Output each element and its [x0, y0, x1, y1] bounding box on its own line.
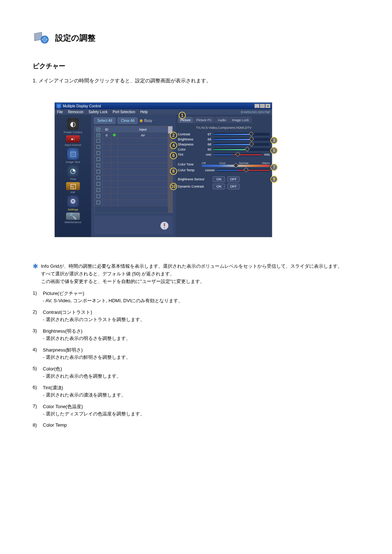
note-item: 4)Sharpness(鮮明さ)- 選択された表示の鮮明さを調整します。: [33, 347, 359, 361]
status-dot-icon: [113, 134, 116, 136]
table-row[interactable]: [95, 175, 168, 181]
table-row[interactable]: [95, 181, 168, 188]
brightness-sensor-row: Brightness Sensor ON OFF: [178, 176, 270, 182]
table-row[interactable]: [95, 188, 168, 194]
busy-indicator: Busy: [140, 119, 152, 123]
tint-slider[interactable]: [213, 153, 262, 156]
callout-1: 1: [179, 112, 186, 119]
table-row[interactable]: [95, 138, 168, 144]
nav-settings[interactable]: ⚙ Settings: [67, 196, 79, 211]
power-icon: ◐: [67, 118, 79, 130]
info-grid: ID Input 0 AV: [94, 126, 173, 213]
maintenance-icon: 🔧: [66, 213, 80, 220]
tab-image-lock[interactable]: Image Lock: [229, 117, 252, 123]
color-temp-row: Color Temp 10000K: [178, 168, 270, 172]
close-button[interactable]: ✕: [265, 104, 270, 108]
tab-picture-pc[interactable]: Picture PC: [194, 117, 215, 123]
image-size-icon: ⬚: [67, 148, 79, 160]
table-row[interactable]: [95, 194, 168, 200]
table-row[interactable]: 0 AV: [95, 132, 168, 138]
callout-10: 10: [170, 183, 177, 190]
titlebar: Multiple Display Control _ □ ✕: [55, 103, 272, 109]
intro-text: 1. メインアイコンの時間をクリックすると、設定の調整画面が表示されます。: [33, 78, 359, 84]
nav-input-source[interactable]: ■□ Input Source: [65, 135, 81, 147]
note-item: 7)Color Tone(色温度)- 選択したディスプレイの色温度を調整します。: [33, 403, 359, 417]
callout-7: 7: [270, 164, 278, 171]
time-icon: ◔: [67, 165, 79, 177]
note-item: 6)Tint(濃淡)- 選択された表示の濃淡を調整します。: [33, 385, 359, 398]
menu-port-selection[interactable]: Port Selection: [113, 110, 135, 114]
svg-point-2: [42, 37, 47, 42]
brightness-row: Brightness 68: [178, 138, 270, 141]
table-row[interactable]: [95, 163, 168, 169]
menu-help[interactable]: Help: [140, 110, 148, 114]
busy-dot-icon: [140, 119, 143, 122]
color-row: Color 60: [178, 148, 270, 151]
nav-pip[interactable]: ◱ PIP: [66, 182, 80, 194]
callout-3: 3: [270, 137, 278, 144]
window-title: Multiple Display Control: [63, 104, 101, 108]
brightness-sensor-off[interactable]: OFF: [227, 176, 240, 182]
maximize-button[interactable]: □: [260, 104, 265, 108]
sidebar: ◐ Power Control ■□ Input Source ⬚ Image …: [55, 115, 91, 237]
select-all-button[interactable]: Select All: [94, 118, 115, 124]
callout-2: 2: [170, 132, 177, 139]
contrast-slider[interactable]: [213, 133, 270, 136]
brand-label: SAMSUNG DIGITall: [241, 110, 270, 114]
tab-audio[interactable]: Audio: [215, 117, 229, 123]
note-item: 3)Brightness(明るさ)- 選択された表示の明るさを調整します。: [33, 328, 359, 342]
nav-image-size[interactable]: ⬚ Image Size: [66, 148, 80, 164]
section-title: ピクチャー: [33, 62, 359, 70]
note-item: 1)Picture(ピクチャー)- AV, S-Video, コンポーネント, …: [33, 290, 359, 304]
callout-6: 6: [170, 152, 177, 159]
sharpness-slider[interactable]: [213, 143, 270, 146]
callout-8: 8: [170, 168, 177, 175]
table-row[interactable]: [95, 151, 168, 157]
callout-5: 5: [270, 147, 278, 154]
svg-rect-0: [34, 32, 42, 41]
minimize-button[interactable]: _: [254, 104, 260, 108]
table-row[interactable]: [95, 157, 168, 163]
sharpness-row: Sharpness 68: [178, 143, 270, 146]
dynamic-contrast-off[interactable]: OFF: [227, 184, 240, 189]
star-note: ✱ Info Gridが、時間の調整に必要な基本情報を表示します。選択された表示…: [33, 263, 359, 285]
star-icon: ✱: [33, 263, 38, 285]
menubar: File Remocon Safety Lock Port Selection …: [55, 109, 272, 115]
menu-safety-lock[interactable]: Safety Lock: [89, 110, 107, 114]
color-temp-slider[interactable]: [217, 169, 270, 172]
settings-icon: ⚙: [67, 196, 79, 207]
brightness-sensor-on[interactable]: ON: [213, 176, 225, 182]
table-row[interactable]: [95, 169, 168, 175]
page-header: 設定の調整: [33, 29, 359, 47]
table-row[interactable]: [95, 144, 168, 151]
header-checkbox[interactable]: [97, 128, 100, 131]
menu-file[interactable]: File: [57, 110, 63, 114]
color-tone-row: Color Tone Off Cool Normal Warm: [178, 161, 270, 167]
settings-header-icon: [33, 29, 51, 47]
app-window: Multiple Display Control _ □ ✕ File Remo…: [54, 102, 272, 237]
callout-9: 9: [270, 176, 278, 183]
dynamic-contrast-row: Dynamic Contrast ON OFF: [178, 184, 270, 189]
note-item: 8)Color Temp: [33, 422, 359, 428]
color-tone-slider[interactable]: [202, 165, 270, 167]
menu-remocon[interactable]: Remocon: [68, 110, 83, 114]
nav-power-control[interactable]: ◐ Power Control: [64, 118, 82, 134]
pip-icon: ◱: [66, 182, 80, 190]
page-title: 設定の調整: [55, 33, 95, 44]
nav-maintenance[interactable]: 🔧 Maintenance: [65, 213, 81, 224]
svg-point-4: [164, 227, 165, 229]
center-pane: Select All Clear All Busy ID Input: [91, 115, 176, 237]
tab-subinfo: TV,AV,S-Video,Component,HDMI,DTV: [178, 124, 270, 131]
input-icon: ■□: [66, 135, 80, 143]
warning-icon: [160, 221, 169, 230]
note-item: 5)Color(色)- 選択された表示の色を調整します。: [33, 366, 359, 379]
nav-time[interactable]: ◔ Time: [67, 165, 79, 181]
dynamic-contrast-on[interactable]: ON: [213, 184, 225, 189]
callout-4: 4: [170, 142, 177, 149]
note-item: 2)Contrast(コントラスト)- 選択された表示のコントラストを調整します…: [33, 309, 359, 323]
brightness-slider[interactable]: [213, 138, 270, 141]
color-slider[interactable]: [213, 148, 270, 151]
row-checkbox[interactable]: [97, 134, 100, 137]
clear-all-button[interactable]: Clear All: [118, 118, 138, 124]
table-row[interactable]: [95, 200, 168, 206]
